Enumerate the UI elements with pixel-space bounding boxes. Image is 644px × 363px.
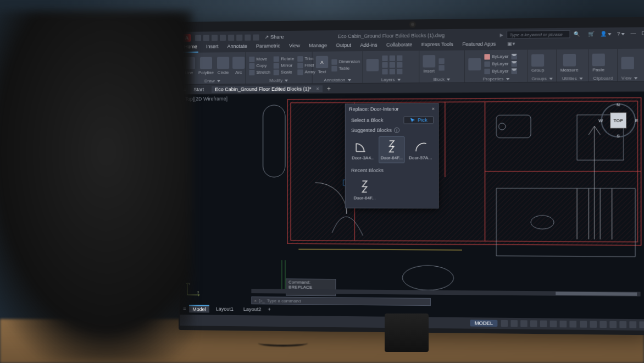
tool-circle[interactable]: Circle <box>217 57 229 75</box>
panel-view-label[interactable]: View <box>621 75 638 81</box>
qat-saveas-icon[interactable] <box>220 35 226 41</box>
doc-tab-add-icon[interactable]: + <box>327 85 331 92</box>
snap-icon[interactable] <box>510 320 518 327</box>
viewcube-w[interactable]: W <box>598 118 603 123</box>
tool-table[interactable]: Table <box>331 65 360 72</box>
pick-button[interactable]: Pick <box>403 116 434 124</box>
cmd-close-icon[interactable]: × <box>254 298 257 303</box>
h-scroll-thumb[interactable] <box>556 292 637 295</box>
tab-addins[interactable]: Add-ins <box>359 42 378 52</box>
tool-view[interactable] <box>621 57 634 69</box>
tool-mirror[interactable]: Mirror <box>274 63 294 68</box>
hardware-accel-icon[interactable] <box>619 321 626 328</box>
layout-tab-1[interactable]: Layout1 <box>213 306 237 312</box>
transparency-icon[interactable] <box>569 321 576 327</box>
tab-insert[interactable]: Insert <box>205 43 220 52</box>
prop-lineweight[interactable]: ByLayer <box>484 61 517 67</box>
cart-icon[interactable]: 🛒 <box>588 31 595 36</box>
units-icon[interactable] <box>599 321 607 328</box>
tab-view[interactable]: View <box>288 43 301 52</box>
tab-home[interactable]: Home <box>183 44 198 53</box>
grid-icon[interactable] <box>501 320 508 327</box>
maximize-icon[interactable]: ☐ <box>642 31 644 36</box>
tool-scale[interactable]: Scale <box>274 69 294 75</box>
tool-dimension[interactable]: Dimension <box>331 59 360 65</box>
qat-undo-icon[interactable] <box>236 34 242 40</box>
search-icon[interactable]: 🔍 <box>574 31 580 37</box>
polar-icon[interactable] <box>530 320 537 327</box>
tool-insert-block[interactable]: Insert <box>423 55 435 74</box>
customize-icon[interactable] <box>639 321 644 328</box>
panel-properties-label[interactable]: Properties <box>468 76 524 82</box>
tool-line[interactable]: Line <box>183 57 195 75</box>
ortho-icon[interactable] <box>520 320 528 327</box>
layer-row-3[interactable] <box>382 68 402 74</box>
tab-annotate[interactable]: Annotate <box>226 43 248 52</box>
viewcube-e[interactable]: E <box>635 118 639 123</box>
viewcube-ring[interactable] <box>601 103 636 138</box>
qat-redo-icon[interactable] <box>245 34 251 40</box>
qat-print-icon[interactable] <box>253 34 259 40</box>
doc-tab-start[interactable]: Start <box>190 86 207 92</box>
tool-edit-block[interactable] <box>438 58 444 64</box>
tab-manage[interactable]: Manage <box>308 42 328 51</box>
view-cube[interactable]: N S E W TOP <box>601 103 636 138</box>
panel-clipboard-label[interactable]: Clipboard <box>592 75 614 81</box>
layout-tab-model[interactable]: Model <box>189 305 209 312</box>
replace-dialog[interactable]: Replace: Door-Interior × Select a Block … <box>345 103 439 208</box>
recent-block-1[interactable]: Door-64F... <box>351 177 378 204</box>
isolate-icon[interactable] <box>609 321 617 328</box>
workspace-switch-icon[interactable] <box>580 321 587 327</box>
layer-row-1[interactable] <box>382 55 402 61</box>
minimize-icon[interactable]: — <box>631 31 636 36</box>
layout-menu-icon[interactable]: ≡ <box>183 306 186 311</box>
qat-save-icon[interactable] <box>212 35 218 41</box>
block-option-1[interactable]: Door-3A4... <box>350 136 376 163</box>
app-logo[interactable]: A <box>183 34 191 42</box>
tool-layer-properties[interactable] <box>367 59 379 71</box>
layer-row-2[interactable] <box>382 62 402 67</box>
qat-open-icon[interactable] <box>203 35 209 41</box>
panel-modify-label[interactable]: Modify <box>249 77 308 83</box>
search-input[interactable]: Type a keyword or phrase <box>507 30 570 38</box>
tool-edit-attributes[interactable] <box>438 65 444 70</box>
panel-layers-label[interactable]: Layers <box>367 76 415 82</box>
tab-collaborate[interactable]: Collaborate <box>385 42 413 51</box>
tool-arc[interactable]: Arc <box>232 57 245 75</box>
panel-draw-label[interactable]: Draw <box>183 78 242 84</box>
doc-tab-close-icon[interactable]: × <box>316 86 319 91</box>
lineweight-icon[interactable] <box>560 321 567 327</box>
layout-tab-2[interactable]: Layout2 <box>240 306 264 312</box>
panel-block-label[interactable]: Block <box>423 76 460 82</box>
tool-group[interactable]: Group <box>531 54 544 73</box>
viewcube-s[interactable]: S <box>617 134 620 139</box>
help-icon[interactable]: ? <box>617 31 625 36</box>
doc-menu-icon[interactable]: ≡ <box>183 86 186 92</box>
status-model-button[interactable]: MODEL <box>470 320 497 327</box>
block-option-3[interactable]: Door-57A... <box>407 136 434 163</box>
tool-measure[interactable]: Measure <box>560 54 579 73</box>
info-icon[interactable]: i <box>394 128 399 133</box>
tab-express-tools[interactable]: Express Tools <box>420 41 454 51</box>
tab-featured-apps[interactable]: Featured Apps <box>461 41 497 51</box>
dialog-close-icon[interactable]: × <box>432 106 435 112</box>
tab-parametric[interactable]: Parametric <box>255 43 281 52</box>
panel-annotation-label[interactable]: Annotation <box>316 77 359 83</box>
layout-tab-add-icon[interactable]: + <box>268 306 270 312</box>
panel-utilities-label[interactable]: Utilities <box>560 75 585 81</box>
tool-move[interactable]: Move <box>249 56 270 62</box>
ucs-icon[interactable]: XY <box>185 280 202 297</box>
tool-copy[interactable]: Copy <box>249 63 270 68</box>
drawing-area[interactable]: [-Top][2D Wireframe] <box>180 92 644 319</box>
command-input[interactable]: × ▷_ Type a command <box>251 296 431 306</box>
panel-groups-label[interactable]: Groups <box>531 75 553 81</box>
qat-plot-icon[interactable] <box>228 34 234 40</box>
tool-polyline[interactable]: Polyline <box>198 57 214 75</box>
tool-match-properties[interactable] <box>468 58 481 70</box>
tool-stretch[interactable]: Stretch <box>249 69 270 75</box>
annotation-scale-icon[interactable] <box>590 321 597 327</box>
otrack-icon[interactable] <box>550 321 557 327</box>
clean-screen-icon[interactable] <box>629 321 636 328</box>
viewcube-n[interactable]: N <box>617 102 620 107</box>
osnap-icon[interactable] <box>540 321 547 327</box>
